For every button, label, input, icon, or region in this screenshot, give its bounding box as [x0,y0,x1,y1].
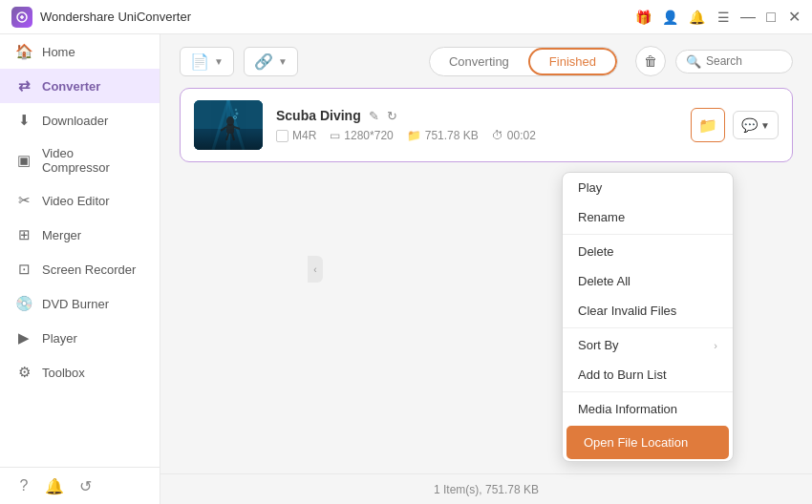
context-menu-clear-invalid[interactable]: Clear Invalid Files [563,296,733,326]
app-title: Wondershare UniConverter [40,10,634,24]
menu-divider-2 [563,327,733,328]
file-card-actions: 📁 💬 ▼ [691,108,779,142]
file-info: Scuba Diving ✎ ↻ M4R ▭ 1280*720 [276,108,677,142]
file-thumbnail [194,100,263,150]
file-size: 751.78 KB [425,129,479,142]
open-file-location-label: Open File Location [584,435,688,450]
menu-divider-3 [563,391,733,392]
file-duration: 00:02 [507,129,536,142]
sidebar-item-toolbox[interactable]: ⚙ Toolbox [0,355,160,389]
file-resolution-item: ▭ 1280*720 [330,129,393,142]
downloader-icon: ⬇ [15,112,32,129]
sidebar-label-player: Player [42,331,77,346]
context-menu-play[interactable]: Play [563,173,733,202]
sidebar-item-home[interactable]: 🏠 Home [0,34,160,69]
delete-button[interactable]: 🗑 [635,46,666,76]
message-icon: 💬 [741,117,758,133]
user-icon[interactable]: 👤 [661,9,678,26]
dropdown-chevron-icon: ▼ [760,120,770,131]
maximize-button[interactable]: □ [764,10,778,24]
file-resolution: 1280*720 [344,129,393,142]
sidebar-item-converter[interactable]: ⇄ Converter [0,69,160,103]
minimize-button[interactable]: — [741,10,755,24]
sidebar-item-downloader[interactable]: ⬇ Downloader [0,103,160,137]
sidebar-item-player[interactable]: ▶ Player [0,321,160,355]
collapse-sidebar-button[interactable]: ‹ [308,256,323,283]
file-checkbox: M4R [276,129,316,142]
add-url-button[interactable]: 🔗 ▼ [244,47,298,76]
search-input[interactable] [706,54,782,68]
context-menu-delete-all[interactable]: Delete All [563,266,733,296]
sidebar-bottom: ? 🔔 ↺ [0,467,160,504]
menu-icon[interactable]: ☰ [715,9,732,26]
file-duration-item: ⏱ 00:02 [492,129,536,142]
recorder-icon: ⊡ [15,261,32,278]
play-label: Play [578,180,602,195]
delete-all-label: Delete All [578,274,630,288]
file-meta: M4R ▭ 1280*720 📁 751.78 KB ⏱ 00:02 [276,129,677,142]
add-to-burn-label: Add to Burn List [578,368,667,382]
sidebar-item-video-editor[interactable]: ✂ Video Editor [0,183,160,218]
svg-line-10 [226,134,228,140]
add-file-icon: 📄 [190,52,209,71]
window-controls: 🎁 👤 🔔 ☰ — □ ✕ [634,9,801,26]
sidebar-item-merger[interactable]: ⊞ Merger [0,218,160,252]
file-format: M4R [292,129,316,142]
refresh-icon[interactable]: ↻ [387,109,397,123]
status-bar: 1 Item(s), 751.78 KB [160,473,812,504]
feedback-icon[interactable]: ↺ [76,477,94,494]
tab-converting[interactable]: Converting [430,48,528,75]
svg-rect-7 [226,124,234,134]
merger-icon: ⊞ [15,226,32,243]
thumbnail-image [194,100,263,150]
sidebar-label-dvd: DVD Burner [42,297,109,311]
edit-filename-icon[interactable]: ✎ [369,109,379,123]
sidebar-item-screen-recorder[interactable]: ⊡ Screen Recorder [0,252,160,286]
sidebar: 🏠 Home ⇄ Converter ⬇ Downloader ▣ Video … [0,34,160,504]
home-icon: 🏠 [15,43,32,60]
context-menu-rename[interactable]: Rename [563,202,733,232]
sidebar-label-converter: Converter [42,79,100,94]
context-menu-media-info[interactable]: Media Information [563,394,733,424]
player-icon: ▶ [15,329,32,346]
notification-icon[interactable]: 🔔 [46,477,63,494]
duration-icon: ⏱ [492,129,503,142]
editor-icon: ✂ [15,192,32,209]
open-folder-button[interactable]: 📁 [691,108,725,142]
context-menu-sort-by[interactable]: Sort By › [563,330,733,360]
search-icon: 🔍 [686,54,701,69]
resolution-icon: ▭ [330,129,340,142]
status-text: 1 Item(s), 751.78 KB [434,483,539,496]
message-button[interactable]: 💬 ▼ [733,111,779,139]
add-file-dropdown-icon: ▼ [214,56,224,67]
toolbar: 📄 ▼ 🔗 ▼ Converting Finished 🗑 🔍 [160,34,812,88]
gift-icon[interactable]: 🎁 [634,9,652,26]
svg-rect-2 [194,129,263,150]
context-menu-open-file-location[interactable]: Open File Location [566,426,729,459]
add-url-icon: 🔗 [254,52,273,71]
app-logo [11,7,32,28]
file-size-item: 📁 751.78 KB [407,129,479,142]
folder-icon: 📁 [698,116,717,135]
content-area: ‹ 📄 ▼ 🔗 ▼ Converting Finished 🗑 🔍 [160,34,812,504]
sidebar-label-toolbox: Toolbox [42,366,85,380]
context-menu-delete[interactable]: Delete [563,237,733,266]
add-file-button[interactable]: 📄 ▼ [180,47,234,76]
tab-finished[interactable]: Finished [528,48,617,75]
add-url-dropdown-icon: ▼ [278,56,288,67]
context-menu-add-to-burn[interactable]: Add to Burn List [563,360,733,389]
sidebar-item-dvd-burner[interactable]: 💿 DVD Burner [0,286,160,321]
media-info-label: Media Information [578,402,677,416]
bell-icon[interactable]: 🔔 [688,9,705,26]
chevron-right-icon: › [714,340,717,351]
sidebar-item-video-compressor[interactable]: ▣ Video Compressor [0,137,160,183]
menu-divider-1 [563,234,733,235]
file-name: Scuba Diving [276,108,361,123]
sidebar-label-downloader: Downloader [42,114,108,128]
help-icon[interactable]: ? [15,477,32,494]
compressor-icon: ▣ [15,152,32,169]
close-button[interactable]: ✕ [787,10,801,24]
sidebar-label-recorder: Screen Recorder [42,262,136,277]
size-icon: 📁 [407,129,421,142]
clear-invalid-label: Clear Invalid Files [578,304,676,318]
